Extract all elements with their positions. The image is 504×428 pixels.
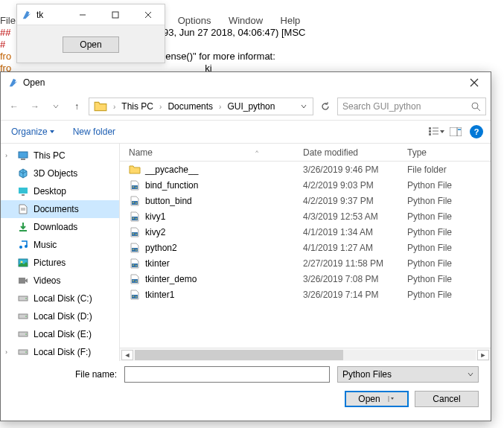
preview-pane-button[interactable] bbox=[447, 124, 464, 140]
breadcrumb-item[interactable]: GUI_python bbox=[224, 100, 278, 113]
file-row[interactable]: bind_function4/2/2019 9:03 PMPython File bbox=[120, 177, 491, 193]
svg-rect-17 bbox=[19, 152, 28, 158]
sidebar-item[interactable]: ›This PC bbox=[1, 147, 119, 165]
svg-rect-52 bbox=[132, 263, 138, 267]
open-button[interactable]: Open bbox=[345, 391, 409, 407]
breadcrumb-dropdown[interactable] bbox=[296, 101, 311, 112]
sidebar-item[interactable]: Music bbox=[1, 236, 119, 254]
py-icon bbox=[129, 258, 141, 269]
file-row[interactable]: kivy24/1/2019 1:34 AMPython File bbox=[120, 224, 491, 240]
svg-rect-20 bbox=[22, 194, 25, 196]
file-row[interactable]: tkinter_demo3/26/2019 7:08 PMPython File bbox=[120, 271, 491, 287]
file-type: Python File bbox=[407, 274, 491, 284]
maximize-button[interactable] bbox=[99, 4, 132, 25]
column-header-name[interactable]: Name^ bbox=[129, 147, 303, 158]
breadcrumb[interactable]: › This PC › Documents › GUI_python bbox=[89, 98, 313, 115]
new-folder-button[interactable]: New folder bbox=[70, 124, 118, 140]
scroll-right-button[interactable]: ► bbox=[477, 350, 489, 360]
svg-rect-49 bbox=[132, 248, 138, 252]
file-list[interactable]: __pycache__3/26/2019 9:46 PMFile folderb… bbox=[120, 162, 491, 348]
organize-menu[interactable]: Organize bbox=[8, 124, 58, 140]
nav-back-button[interactable]: ← bbox=[5, 98, 23, 115]
close-button[interactable] bbox=[132, 4, 165, 25]
svg-rect-58 bbox=[132, 295, 138, 298]
py-icon bbox=[129, 226, 141, 238]
file-row[interactable]: tkinter2/27/2019 11:58 PMPython File bbox=[120, 255, 491, 271]
svg-rect-40 bbox=[132, 201, 138, 205]
sidebar-item[interactable]: Pictures bbox=[1, 254, 119, 272]
svg-point-39 bbox=[135, 187, 137, 188]
svg-point-34 bbox=[25, 333, 27, 335]
filename-label: File name: bbox=[13, 369, 117, 380]
refresh-button[interactable] bbox=[316, 98, 334, 115]
py-icon bbox=[129, 289, 141, 301]
sidebar-item[interactable]: Downloads bbox=[1, 218, 119, 236]
file-row[interactable]: kivy14/3/2019 12:53 AMPython File bbox=[120, 208, 491, 224]
svg-point-50 bbox=[133, 249, 134, 250]
breadcrumb-item[interactable]: This PC bbox=[118, 100, 156, 113]
file-row[interactable]: button_bind4/2/2019 9:37 PMPython File bbox=[120, 193, 491, 208]
sidebar-item-label: Documents bbox=[34, 204, 79, 214]
py-icon bbox=[129, 211, 141, 223]
file-name: kivy2 bbox=[145, 227, 165, 237]
file-area: Name^ Date modified Type __pycache__3/26… bbox=[120, 144, 491, 361]
svg-point-54 bbox=[135, 265, 137, 266]
svg-point-38 bbox=[133, 186, 134, 188]
expand-chevron-icon: › bbox=[5, 348, 13, 356]
file-type-filter[interactable]: Python Files bbox=[337, 366, 479, 383]
sidebar-item[interactable]: Documents bbox=[1, 200, 119, 218]
sidebar-item-label: Local Disk (F:) bbox=[34, 347, 91, 357]
cancel-button[interactable]: Cancel bbox=[415, 391, 479, 407]
column-header-date[interactable]: Date modified bbox=[303, 147, 407, 158]
scroll-thumb[interactable] bbox=[135, 350, 343, 360]
tk-titlebar[interactable]: tk bbox=[17, 4, 165, 25]
horizontal-scrollbar[interactable]: ◄ ► bbox=[120, 348, 491, 361]
nav-forward-button[interactable]: → bbox=[26, 98, 44, 115]
file-name: tkinter bbox=[145, 258, 170, 269]
file-type: Python File bbox=[407, 211, 491, 222]
file-type: Python File bbox=[407, 227, 491, 237]
file-date: 4/1/2019 1:27 AM bbox=[303, 243, 407, 253]
search-input[interactable]: Search GUI_python bbox=[337, 98, 486, 115]
split-button-icon bbox=[388, 396, 395, 402]
sidebar-item[interactable]: ›Local Disk (F:) bbox=[1, 343, 119, 361]
py-icon bbox=[129, 195, 141, 207]
chevron-right-icon: › bbox=[110, 103, 118, 111]
view-menu[interactable] bbox=[428, 124, 444, 140]
disk-icon bbox=[17, 293, 29, 304]
tk-open-button[interactable]: Open bbox=[63, 36, 118, 53]
file-date: 4/1/2019 1:34 AM bbox=[303, 227, 407, 237]
file-row[interactable]: python24/1/2019 1:27 AMPython File bbox=[120, 240, 491, 255]
sidebar-item[interactable]: Videos bbox=[1, 272, 119, 290]
svg-point-53 bbox=[133, 264, 134, 266]
file-row[interactable]: __pycache__3/26/2019 9:46 PMFile folder bbox=[120, 162, 491, 177]
help-button[interactable]: ? bbox=[470, 125, 483, 138]
nav-up-button[interactable]: ↑ bbox=[68, 98, 86, 115]
filename-input[interactable] bbox=[124, 366, 330, 383]
sidebar-item[interactable]: Local Disk (D:) bbox=[1, 307, 119, 325]
py-icon bbox=[129, 179, 141, 191]
svg-rect-16 bbox=[458, 129, 461, 130]
feather-icon bbox=[8, 77, 19, 88]
column-header-type[interactable]: Type bbox=[407, 147, 491, 158]
file-row[interactable]: tkinter13/26/2019 7:14 PMPython File bbox=[120, 287, 491, 302]
svg-point-59 bbox=[133, 296, 134, 297]
dialog-close-button[interactable] bbox=[458, 72, 491, 93]
sidebar-item[interactable]: Local Disk (C:) bbox=[1, 290, 119, 307]
scroll-left-button[interactable]: ◄ bbox=[121, 350, 133, 360]
scroll-track[interactable] bbox=[135, 350, 476, 360]
breadcrumb-item[interactable]: Documents bbox=[165, 100, 216, 113]
feather-icon bbox=[22, 10, 32, 20]
sidebar-item-label: 3D Objects bbox=[34, 168, 77, 179]
sidebar-item[interactable]: Local Disk (E:) bbox=[1, 325, 119, 343]
svg-point-48 bbox=[135, 234, 137, 235]
file-name: tkinter_demo bbox=[145, 274, 197, 284]
nav-recent-button[interactable] bbox=[47, 98, 65, 115]
pictures-icon bbox=[17, 257, 29, 269]
sidebar-item[interactable]: 3D Objects bbox=[1, 165, 119, 182]
dialog-buttons: Open Cancel bbox=[1, 388, 491, 421]
svg-point-25 bbox=[25, 245, 28, 248]
sidebar-item[interactable]: Desktop bbox=[1, 182, 119, 200]
minimize-button[interactable] bbox=[66, 4, 99, 25]
dialog-titlebar[interactable]: Open bbox=[1, 72, 491, 93]
